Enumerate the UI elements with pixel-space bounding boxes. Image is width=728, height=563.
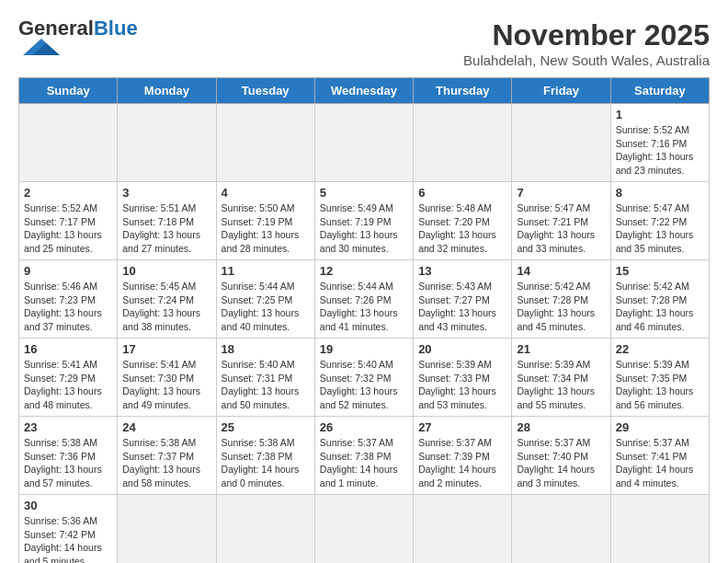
header-monday: Monday [118,78,216,104]
header-wednesday: Wednesday [314,78,413,104]
day-info: Sunrise: 5:37 AM Sunset: 7:41 PM Dayligh… [616,436,704,490]
calendar-table: Sunday Monday Tuesday Wednesday Thursday… [18,77,710,563]
day-number: 6 [418,186,506,200]
day-number: 14 [517,264,605,278]
week-row-4: 16 Sunrise: 5:41 AM Sunset: 7:29 PM Dayl… [19,339,710,417]
day-number: 24 [122,420,210,434]
day-number: 7 [517,186,605,200]
day-info: Sunrise: 5:52 AM Sunset: 7:16 PM Dayligh… [616,123,704,178]
logo-blue: Blue [94,18,138,39]
calendar-cell-13: 13 Sunrise: 5:43 AM Sunset: 7:27 PM Dayl… [414,260,512,339]
header-sunday: Sunday [19,78,118,104]
day-info: Sunrise: 5:46 AM Sunset: 7:23 PM Dayligh… [24,280,112,334]
day-info: Sunrise: 5:48 AM Sunset: 7:20 PM Dayligh… [418,201,506,256]
location-title: Bulahdelah, New South Wales, Australia [463,52,710,68]
day-number: 22 [616,342,704,356]
day-info: Sunrise: 5:39 AM Sunset: 7:34 PM Dayligh… [517,358,605,412]
calendar-cell-10: 10 Sunrise: 5:45 AM Sunset: 7:24 PM Dayl… [118,260,216,339]
logo-icon [18,39,64,55]
day-info: Sunrise: 5:37 AM Sunset: 7:38 PM Dayligh… [320,436,408,490]
week-row-1: 1 Sunrise: 5:52 AM Sunset: 7:16 PM Dayli… [19,104,710,182]
week-row-3: 9 Sunrise: 5:46 AM Sunset: 7:23 PM Dayli… [19,260,710,339]
header-friday: Friday [512,78,610,104]
day-info: Sunrise: 5:36 AM Sunset: 7:42 PM Dayligh… [24,514,112,563]
day-number: 17 [122,342,210,356]
calendar-cell-27: 27 Sunrise: 5:37 AM Sunset: 7:39 PM Dayl… [414,417,512,495]
calendar-cell-9: 9 Sunrise: 5:46 AM Sunset: 7:23 PM Dayli… [19,260,118,339]
week-row-6: 30 Sunrise: 5:36 AM Sunset: 7:42 PM Dayl… [19,495,710,564]
day-info: Sunrise: 5:42 AM Sunset: 7:28 PM Dayligh… [616,280,704,334]
calendar-cell-30: 30 Sunrise: 5:36 AM Sunset: 7:42 PM Dayl… [19,495,118,564]
calendar-cell-empty-w0d1 [118,104,216,182]
logo-general: General [18,18,94,39]
calendar-cell-28: 28 Sunrise: 5:37 AM Sunset: 7:40 PM Dayl… [512,417,610,495]
day-number: 4 [222,186,310,200]
day-number: 10 [122,264,210,278]
calendar-cell-empty-w0d0 [19,104,118,182]
day-info: Sunrise: 5:44 AM Sunset: 7:26 PM Dayligh… [320,280,408,334]
day-number: 28 [517,420,605,434]
day-number: 21 [517,342,605,356]
calendar-cell-15: 15 Sunrise: 5:42 AM Sunset: 7:28 PM Dayl… [610,260,709,339]
day-info: Sunrise: 5:43 AM Sunset: 7:27 PM Dayligh… [418,280,506,334]
day-info: Sunrise: 5:47 AM Sunset: 7:21 PM Dayligh… [517,201,605,256]
day-number: 18 [222,342,310,356]
day-info: Sunrise: 5:39 AM Sunset: 7:35 PM Dayligh… [616,358,704,412]
day-info: Sunrise: 5:37 AM Sunset: 7:39 PM Dayligh… [418,436,506,490]
logo: General Blue [18,18,138,55]
calendar-cell-14: 14 Sunrise: 5:42 AM Sunset: 7:28 PM Dayl… [512,260,610,339]
day-number: 11 [222,264,310,278]
calendar-cell-4: 4 Sunrise: 5:50 AM Sunset: 7:19 PM Dayli… [216,182,314,260]
day-number: 13 [418,264,506,278]
calendar-cell-8: 8 Sunrise: 5:47 AM Sunset: 7:22 PM Dayli… [610,182,709,260]
day-info: Sunrise: 5:40 AM Sunset: 7:31 PM Dayligh… [222,358,310,412]
calendar-cell-12: 12 Sunrise: 5:44 AM Sunset: 7:26 PM Dayl… [314,260,413,339]
calendar-cell-5: 5 Sunrise: 5:49 AM Sunset: 7:19 PM Dayli… [314,182,413,260]
calendar-cell-25: 25 Sunrise: 5:38 AM Sunset: 7:38 PM Dayl… [216,417,314,495]
day-info: Sunrise: 5:45 AM Sunset: 7:24 PM Dayligh… [122,280,210,334]
day-number: 5 [320,186,408,200]
day-info: Sunrise: 5:51 AM Sunset: 7:18 PM Dayligh… [122,201,210,256]
day-number: 30 [24,499,112,512]
month-title: November 2025 [463,18,710,52]
day-number: 16 [24,342,112,356]
header-tuesday: Tuesday [216,78,314,104]
week-row-5: 23 Sunrise: 5:38 AM Sunset: 7:36 PM Dayl… [19,417,710,495]
day-number: 26 [320,420,408,434]
calendar-cell-1: 1 Sunrise: 5:52 AM Sunset: 7:16 PM Dayli… [610,104,709,182]
title-area: November 2025 Bulahdelah, New South Wale… [463,18,710,68]
calendar-cell-6: 6 Sunrise: 5:48 AM Sunset: 7:20 PM Dayli… [414,182,512,260]
header-saturday: Saturday [610,78,709,104]
day-info: Sunrise: 5:41 AM Sunset: 7:30 PM Dayligh… [122,358,210,412]
day-info: Sunrise: 5:38 AM Sunset: 7:38 PM Dayligh… [222,436,310,490]
calendar-cell-empty-w5d4 [414,495,512,564]
day-number: 27 [418,420,506,434]
calendar-cell-empty-w0d5 [512,104,610,182]
day-info: Sunrise: 5:41 AM Sunset: 7:29 PM Dayligh… [24,358,112,412]
week-row-2: 2 Sunrise: 5:52 AM Sunset: 7:17 PM Dayli… [19,182,710,260]
day-info: Sunrise: 5:49 AM Sunset: 7:19 PM Dayligh… [320,201,408,256]
calendar-cell-7: 7 Sunrise: 5:47 AM Sunset: 7:21 PM Dayli… [512,182,610,260]
calendar-cell-empty-w0d4 [414,104,512,182]
calendar-cell-21: 21 Sunrise: 5:39 AM Sunset: 7:34 PM Dayl… [512,339,610,417]
day-number: 23 [24,420,112,434]
day-info: Sunrise: 5:40 AM Sunset: 7:32 PM Dayligh… [320,358,408,412]
day-info: Sunrise: 5:38 AM Sunset: 7:36 PM Dayligh… [24,436,112,490]
day-number: 9 [24,264,112,278]
calendar-cell-17: 17 Sunrise: 5:41 AM Sunset: 7:30 PM Dayl… [118,339,216,417]
calendar-cell-16: 16 Sunrise: 5:41 AM Sunset: 7:29 PM Dayl… [19,339,118,417]
calendar-cell-23: 23 Sunrise: 5:38 AM Sunset: 7:36 PM Dayl… [19,417,118,495]
calendar-cell-11: 11 Sunrise: 5:44 AM Sunset: 7:25 PM Dayl… [216,260,314,339]
calendar-cell-22: 22 Sunrise: 5:39 AM Sunset: 7:35 PM Dayl… [610,339,709,417]
day-info: Sunrise: 5:39 AM Sunset: 7:33 PM Dayligh… [418,358,506,412]
calendar-cell-empty-w0d2 [216,104,314,182]
calendar-cell-18: 18 Sunrise: 5:40 AM Sunset: 7:31 PM Dayl… [216,339,314,417]
day-info: Sunrise: 5:44 AM Sunset: 7:25 PM Dayligh… [222,280,310,334]
day-number: 15 [616,264,704,278]
calendar-cell-3: 3 Sunrise: 5:51 AM Sunset: 7:18 PM Dayli… [118,182,216,260]
calendar-cell-29: 29 Sunrise: 5:37 AM Sunset: 7:41 PM Dayl… [610,417,709,495]
day-info: Sunrise: 5:50 AM Sunset: 7:19 PM Dayligh… [222,201,310,256]
day-info: Sunrise: 5:52 AM Sunset: 7:17 PM Dayligh… [24,201,112,256]
day-number: 8 [616,186,704,200]
calendar-cell-empty-w0d3 [314,104,413,182]
